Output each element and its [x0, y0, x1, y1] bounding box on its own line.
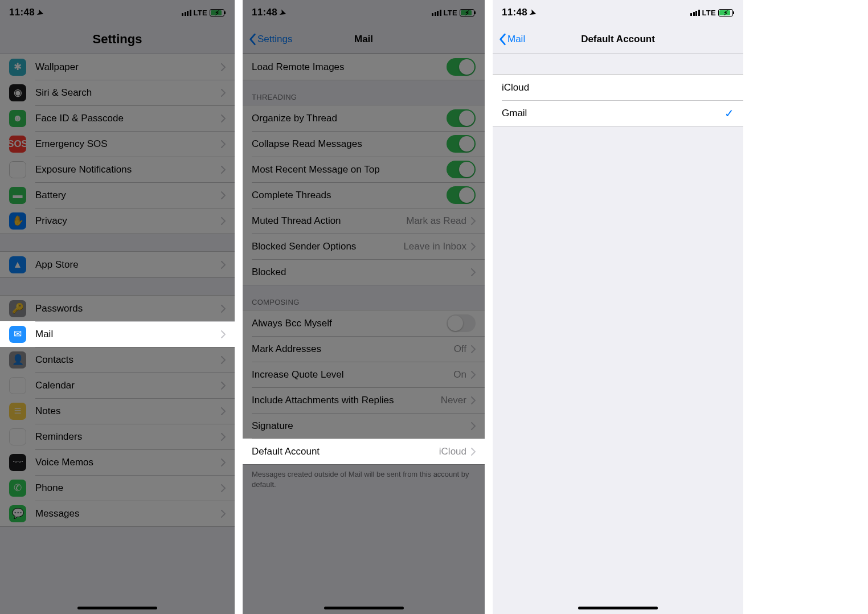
app-icon: ☻ [9, 110, 26, 127]
row-blocked[interactable]: Blocked [243, 259, 485, 285]
chevron-right-icon [471, 396, 476, 404]
row-label: Signature [252, 420, 471, 432]
row-label: iCloud [502, 82, 734, 93]
chevron-right-icon [221, 407, 226, 415]
row-passwords[interactable]: 🔑Passwords [0, 296, 235, 321]
section-header-threading: THREADING [243, 80, 485, 105]
back-button[interactable]: Mail [498, 33, 525, 46]
row-label: Collapse Read Messages [252, 138, 447, 150]
row-icloud[interactable]: iCloud [493, 75, 743, 100]
app-icon: ▬ [9, 187, 26, 204]
chevron-left-icon [248, 33, 256, 46]
row-label: Wallpaper [35, 62, 221, 73]
row-organize-by-thread[interactable]: Organize by Thread [243, 105, 485, 131]
nav-bar: Settings [0, 25, 235, 54]
row-label: Default Account [252, 446, 439, 457]
row-label: Mark Addresses [252, 343, 454, 355]
app-icon: ⦿ [9, 428, 26, 445]
chevron-right-icon [221, 382, 226, 390]
back-label: Settings [257, 34, 292, 45]
row-label: Most Recent Message on Top [252, 164, 447, 175]
row-exposure-notifications[interactable]: ☀Exposure Notifications [0, 157, 235, 182]
signal-icon [182, 10, 191, 16]
home-indicator[interactable] [77, 607, 157, 609]
toggle[interactable] [447, 58, 476, 76]
app-icon: ✆ [9, 480, 26, 497]
group-images: Load Remote Images [243, 54, 485, 80]
settings-group: 🔑Passwords✉Mail👤Contacts●●●Calendar≣Note… [0, 295, 235, 527]
back-label: Mail [507, 34, 525, 45]
row-voice-memos[interactable]: 〰Voice Memos [0, 449, 235, 475]
chevron-right-icon [471, 422, 476, 430]
battery-icon: ⚡︎ [718, 9, 733, 17]
row-emergency-sos[interactable]: SOSEmergency SOS [0, 131, 235, 157]
nav-bar: Settings Mail [243, 25, 485, 54]
row-load-remote-images[interactable]: Load Remote Images [243, 54, 485, 80]
chevron-right-icon [221, 166, 226, 174]
row-most-recent-message-on-top[interactable]: Most Recent Message on Top [243, 157, 485, 182]
chevron-right-icon [471, 371, 476, 379]
row-label: Always Bcc Myself [252, 318, 447, 329]
app-icon: ▲ [9, 256, 26, 273]
row-label: Calendar [35, 380, 221, 391]
row-signature[interactable]: Signature [243, 413, 485, 439]
location-icon: ➤ [529, 7, 538, 18]
row-label: Blocked Sender Options [252, 241, 403, 252]
network-label: LTE [444, 9, 458, 17]
chevron-right-icon [221, 114, 226, 122]
row-value: On [453, 369, 466, 380]
row-wallpaper[interactable]: ✱Wallpaper [0, 54, 235, 80]
row-default-account[interactable]: Default AccountiCloud [243, 439, 485, 464]
row-mark-addresses[interactable]: Mark AddressesOff [243, 336, 485, 362]
chevron-right-icon [221, 510, 226, 518]
row-calendar[interactable]: ●●●Calendar [0, 373, 235, 398]
row-complete-threads[interactable]: Complete Threads [243, 182, 485, 208]
toggle[interactable] [447, 135, 476, 153]
row-mail[interactable]: ✉Mail [0, 321, 235, 347]
home-indicator[interactable] [578, 607, 658, 609]
row-always-bcc-myself[interactable]: Always Bcc Myself [243, 310, 485, 336]
row-app-store[interactable]: ▲App Store [0, 252, 235, 277]
signal-icon [432, 10, 441, 16]
row-gmail[interactable]: Gmail✓ [493, 100, 743, 126]
row-face-id-passcode[interactable]: ☻Face ID & Passcode [0, 105, 235, 131]
back-button[interactable]: Settings [248, 33, 292, 46]
home-indicator[interactable] [324, 607, 404, 609]
app-icon: ✉ [9, 326, 26, 343]
row-include-attachments-with-replies[interactable]: Include Attachments with RepliesNever [243, 387, 485, 413]
checkmark-icon: ✓ [724, 107, 734, 120]
row-collapse-read-messages[interactable]: Collapse Read Messages [243, 131, 485, 157]
row-value: iCloud [439, 446, 466, 457]
row-contacts[interactable]: 👤Contacts [0, 347, 235, 373]
toggle[interactable] [447, 314, 476, 332]
toggle[interactable] [447, 161, 476, 178]
toggle[interactable] [447, 186, 476, 204]
row-label: Include Attachments with Replies [252, 395, 441, 406]
row-phone[interactable]: ✆Phone [0, 475, 235, 501]
section-header-composing: COMPOSING [243, 285, 485, 310]
chevron-right-icon [221, 356, 226, 364]
row-siri-search[interactable]: ◉Siri & Search [0, 80, 235, 105]
row-blocked-sender-options[interactable]: Blocked Sender OptionsLeave in Inbox [243, 234, 485, 259]
row-label: Phone [35, 482, 221, 494]
row-value: Mark as Read [406, 215, 466, 227]
row-notes[interactable]: ≣Notes [0, 398, 235, 424]
chevron-right-icon [471, 448, 476, 456]
chevron-right-icon [221, 217, 226, 225]
row-label: Passwords [35, 303, 221, 314]
row-muted-thread-action[interactable]: Muted Thread ActionMark as Read [243, 208, 485, 234]
app-icon: ✱ [9, 59, 26, 76]
row-battery[interactable]: ▬Battery [0, 182, 235, 208]
battery-icon: ⚡︎ [210, 9, 224, 17]
row-increase-quote-level[interactable]: Increase Quote LevelOn [243, 362, 485, 387]
chevron-right-icon [221, 459, 226, 466]
row-label: Reminders [35, 431, 221, 443]
row-label: Complete Threads [252, 190, 447, 201]
row-messages[interactable]: 💬Messages [0, 501, 235, 526]
row-privacy[interactable]: ✋Privacy [0, 208, 235, 234]
status-time: 11:48 [252, 7, 277, 18]
toggle[interactable] [447, 109, 476, 127]
row-label: App Store [35, 259, 221, 271]
row-reminders[interactable]: ⦿Reminders [0, 424, 235, 449]
row-label: Blocked [252, 267, 471, 278]
